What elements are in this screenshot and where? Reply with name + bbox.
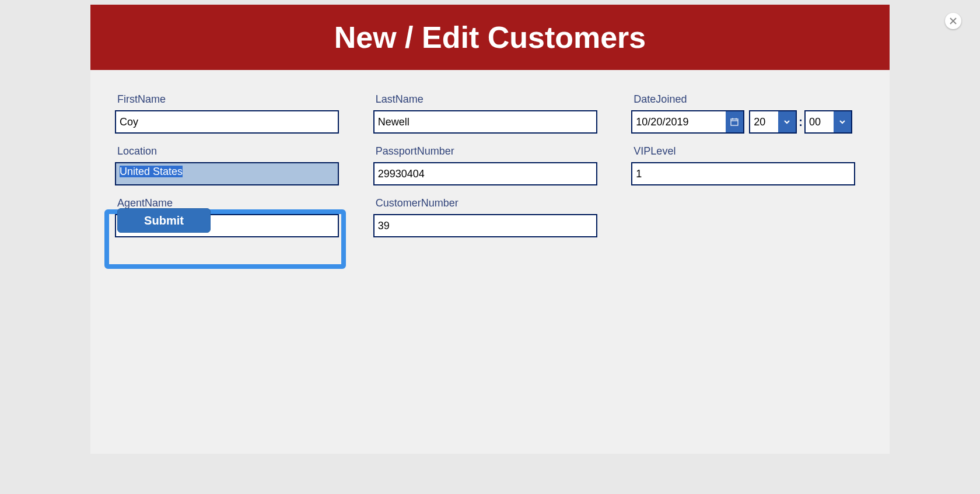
hour-select — [749, 110, 797, 134]
input-location[interactable]: United States — [115, 162, 339, 185]
form: FirstName Location United States AgentNa… — [90, 70, 890, 249]
label-passport: PassportNumber — [376, 145, 632, 157]
input-lastname[interactable] — [373, 110, 597, 134]
label-custnumber: CustomerNumber — [376, 197, 632, 209]
input-location-text: United States — [120, 166, 183, 177]
input-minute[interactable] — [806, 111, 834, 132]
field-passport: PassportNumber — [373, 145, 632, 185]
column-2: LastName PassportNumber CustomerNumber — [373, 93, 632, 249]
minute-dropdown-button[interactable] — [834, 111, 851, 132]
header: New / Edit Customers — [90, 5, 890, 70]
field-datejoined: DateJoined — [631, 93, 890, 134]
input-viplevel[interactable] — [631, 162, 855, 185]
label-agentname: AgentName — [117, 197, 373, 209]
hour-dropdown-button[interactable] — [778, 111, 796, 132]
input-hour[interactable] — [750, 111, 778, 132]
svg-rect-2 — [731, 119, 738, 125]
field-firstname: FirstName — [115, 93, 373, 134]
field-lastname: LastName — [373, 93, 632, 134]
label-lastname: LastName — [376, 93, 632, 106]
submit-button[interactable]: Submit — [117, 208, 211, 233]
label-datejoined: DateJoined — [634, 93, 890, 106]
field-viplevel: VIPLevel — [631, 145, 890, 185]
close-button[interactable] — [945, 13, 961, 29]
close-icon — [950, 17, 957, 24]
minute-select — [804, 110, 852, 134]
column-3: DateJoined — [631, 93, 890, 249]
chevron-down-icon — [838, 118, 846, 126]
label-firstname: FirstName — [117, 93, 373, 106]
page-title: New / Edit Customers — [90, 20, 890, 55]
label-location: Location — [117, 145, 373, 157]
panel: New / Edit Customers FirstName Location … — [90, 5, 890, 454]
input-firstname[interactable] — [115, 110, 339, 134]
field-custnumber: CustomerNumber — [373, 197, 632, 237]
input-date[interactable] — [632, 111, 726, 132]
calendar-icon — [730, 118, 738, 126]
input-passport[interactable] — [373, 162, 597, 185]
calendar-button[interactable] — [726, 111, 743, 132]
input-custnumber[interactable] — [373, 214, 597, 237]
field-location: Location United States — [115, 145, 373, 185]
label-viplevel: VIPLevel — [634, 145, 890, 157]
time-colon: : — [799, 115, 803, 129]
chevron-down-icon — [783, 118, 791, 126]
date-picker — [631, 110, 744, 134]
